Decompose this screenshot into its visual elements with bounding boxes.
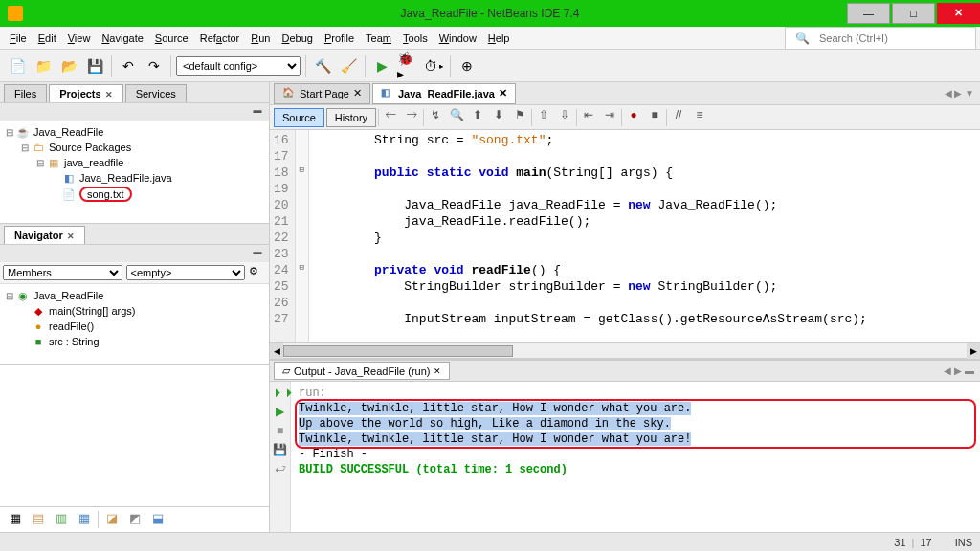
- nav-main[interactable]: main(String[] args): [49, 305, 135, 317]
- scroll-left-button[interactable]: ◀: [270, 343, 283, 359]
- minimize-button[interactable]: —: [847, 3, 890, 24]
- open-project-button[interactable]: 📂: [57, 55, 80, 77]
- next-tab-button[interactable]: ▶: [954, 365, 962, 376]
- filter-button[interactable]: ▥: [52, 511, 71, 528]
- new-file-button[interactable]: 📄: [6, 55, 29, 77]
- uncomment-button[interactable]: ≡: [690, 108, 709, 127]
- filter-button[interactable]: ⬓: [148, 511, 167, 528]
- history-mode-button[interactable]: History: [326, 108, 376, 127]
- quick-search[interactable]: 🔍: [785, 27, 976, 50]
- filter-button[interactable]: ◩: [125, 511, 145, 528]
- code-editor[interactable]: 161718192021222324252627 ⊟⊟ String src =…: [270, 130, 980, 342]
- save-output-button[interactable]: 💾: [273, 443, 288, 458]
- profile-button[interactable]: ⏱▸: [422, 55, 445, 77]
- close-button[interactable]: ✕: [937, 3, 980, 24]
- macro-record-button[interactable]: ●: [624, 108, 643, 127]
- menu-profile[interactable]: Profile: [319, 31, 360, 46]
- config-select[interactable]: <default config>: [176, 56, 301, 76]
- next-tab-button[interactable]: ▶: [954, 88, 962, 99]
- members-select[interactable]: Members: [3, 265, 122, 280]
- tab-start-page[interactable]: 🏠Start Page✕: [274, 83, 370, 104]
- expand-icon[interactable]: ⊟: [34, 158, 46, 168]
- nav-readfile[interactable]: readFile(): [49, 320, 94, 332]
- toggle-bookmark-button[interactable]: ⚑: [510, 108, 529, 127]
- minimize-button[interactable]: ▬: [965, 365, 974, 376]
- debug-button[interactable]: 🐞▸: [396, 55, 419, 77]
- filter-button[interactable]: ▤: [29, 511, 48, 528]
- run-button[interactable]: ▶: [370, 55, 393, 77]
- tab-navigator[interactable]: Navigator✕: [4, 226, 85, 244]
- tab-java-file[interactable]: ◧Java_ReadFile.java✕: [372, 83, 516, 104]
- run-button[interactable]: ▶: [273, 405, 288, 420]
- menu-window[interactable]: Window: [434, 31, 482, 46]
- build-button[interactable]: 🔨: [311, 55, 334, 77]
- source-mode-button[interactable]: Source: [274, 108, 324, 127]
- horizontal-scrollbar[interactable]: ◀ ▶: [270, 342, 980, 358]
- filter-button[interactable]: ⚙: [249, 265, 266, 280]
- minimize-panel-button[interactable]: ▬: [250, 105, 265, 119]
- navigator-tree[interactable]: ⊟◉Java_ReadFile ◆main(String[] args) ●re…: [0, 284, 269, 353]
- wrap-button[interactable]: ⮐: [273, 462, 288, 477]
- close-icon[interactable]: ✕: [67, 231, 75, 241]
- close-icon[interactable]: ✕: [499, 87, 507, 99]
- expand-icon[interactable]: ⊟: [19, 143, 31, 153]
- undo-button[interactable]: ↶: [117, 55, 140, 77]
- nav-class[interactable]: Java_ReadFile: [33, 290, 103, 301]
- find-selection-button[interactable]: 🔍: [447, 108, 466, 127]
- expand-icon[interactable]: ⊟: [4, 291, 15, 301]
- tab-list-button[interactable]: ▼: [965, 88, 974, 99]
- close-icon[interactable]: ✕: [105, 90, 113, 99]
- shift-right-button[interactable]: ⇥: [600, 108, 619, 127]
- package-node[interactable]: java_readfile: [64, 157, 123, 168]
- menu-help[interactable]: Help: [482, 31, 516, 46]
- search-input[interactable]: [819, 33, 971, 44]
- output-text[interactable]: run:Twinkle, twinkle, little star, How I…: [291, 382, 980, 532]
- menu-refactor[interactable]: Refactor: [194, 31, 246, 46]
- menu-tools[interactable]: Tools: [397, 31, 434, 46]
- stop-button[interactable]: ■: [273, 424, 288, 439]
- next-error-button[interactable]: ⇩: [555, 108, 574, 127]
- menu-view[interactable]: View: [62, 31, 97, 46]
- maximize-button[interactable]: □: [892, 3, 935, 24]
- tab-files[interactable]: Files: [4, 84, 47, 102]
- prev-bookmark-button[interactable]: ⬆: [468, 108, 487, 127]
- menu-navigate[interactable]: Navigate: [96, 31, 148, 46]
- save-all-button[interactable]: 💾: [83, 55, 106, 77]
- attach-debugger-button[interactable]: ⊕: [456, 55, 479, 77]
- nav-fwd-button[interactable]: 🡒: [402, 108, 421, 127]
- prev-tab-button[interactable]: ◀: [944, 365, 951, 376]
- rerun-button[interactable]: ⏵⏵: [273, 386, 288, 401]
- close-icon[interactable]: ✕: [434, 366, 441, 376]
- expand-icon[interactable]: ⊟: [4, 127, 15, 138]
- clean-build-button[interactable]: 🧹: [337, 55, 360, 77]
- output-tab[interactable]: ▱Output - Java_ReadFile (run)✕: [274, 362, 450, 380]
- new-project-button[interactable]: 📁: [32, 55, 55, 77]
- filter-button[interactable]: ▦: [75, 511, 94, 528]
- file-txt[interactable]: song.txt: [79, 187, 132, 202]
- macro-stop-button[interactable]: ■: [645, 108, 664, 127]
- nav-src[interactable]: src : String: [49, 336, 100, 347]
- tab-services[interactable]: Services: [125, 84, 187, 102]
- shift-left-button[interactable]: ⇤: [579, 108, 598, 127]
- project-root[interactable]: Java_ReadFile: [33, 126, 103, 138]
- comment-button[interactable]: //: [669, 108, 688, 127]
- minimize-panel-button[interactable]: ▬: [250, 247, 265, 260]
- last-edit-button[interactable]: ↯: [426, 108, 445, 127]
- file-java[interactable]: Java_ReadFile.java: [79, 172, 172, 184]
- menu-file[interactable]: File: [4, 31, 33, 46]
- filter-button[interactable]: ◪: [102, 511, 122, 528]
- scroll-right-button[interactable]: ▶: [967, 343, 980, 359]
- menu-run[interactable]: Run: [245, 31, 276, 46]
- project-tree[interactable]: ⊟☕Java_ReadFile ⊟🗀Source Packages ⊟▦java…: [0, 121, 269, 207]
- tab-projects[interactable]: Projects✕: [49, 84, 122, 102]
- nav-back-button[interactable]: 🡐: [381, 108, 400, 127]
- prev-error-button[interactable]: ⇧: [534, 108, 553, 127]
- close-icon[interactable]: ✕: [353, 87, 362, 99]
- menu-debug[interactable]: Debug: [276, 31, 318, 46]
- menu-edit[interactable]: Edit: [33, 31, 62, 46]
- source-packages[interactable]: Source Packages: [49, 142, 131, 153]
- scroll-thumb[interactable]: [283, 345, 513, 357]
- menu-source[interactable]: Source: [149, 31, 194, 46]
- next-bookmark-button[interactable]: ⬇: [489, 108, 508, 127]
- scope-select[interactable]: <empty>: [126, 265, 246, 280]
